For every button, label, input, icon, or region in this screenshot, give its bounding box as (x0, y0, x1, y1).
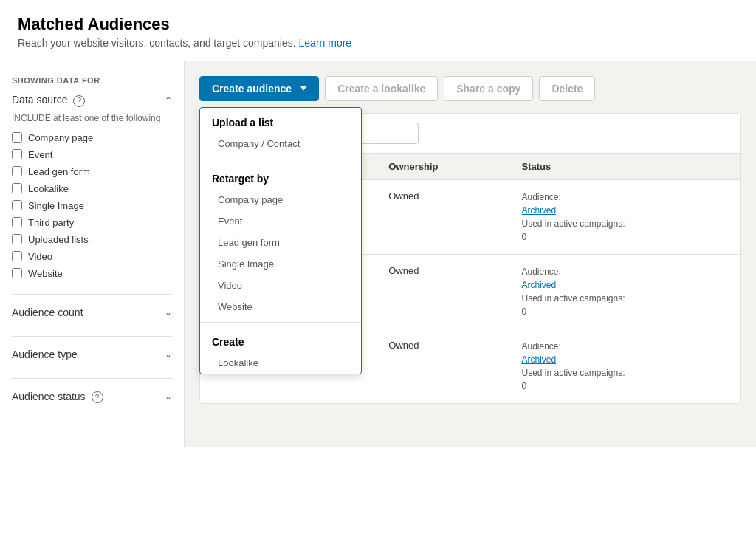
row1-status-cell: Audience: Archived Used in active campai… (509, 180, 740, 255)
upload-list-section-title: Upload a list (200, 108, 361, 133)
checkbox-single-image-label: Single Image (28, 200, 84, 211)
data-source-filter: Data source ? ⌃ INCLUDE at least one of … (12, 94, 172, 295)
page-header: Matched Audiences Reach your website vis… (0, 0, 756, 61)
row1-ownership-cell: Owned (377, 180, 509, 255)
checkbox-lead-gen-form-input[interactable] (12, 166, 22, 176)
data-source-checkboxes: Company page Event Lead gen form Lookali… (12, 129, 172, 282)
checkbox-event-label: Event (28, 149, 52, 160)
checkbox-video-input[interactable] (12, 251, 22, 261)
page-subtitle: Reach your website visitors, contacts, a… (18, 37, 738, 49)
row3-archived-link[interactable]: Archived (521, 354, 556, 365)
checkbox-video-label: Video (28, 251, 52, 262)
audience-count-filter: Audience count ⌄ (12, 306, 172, 337)
audience-count-chevron: ⌄ (165, 307, 172, 318)
checkbox-lookalike-label: Lookalike (28, 183, 69, 194)
checkbox-uploaded-lists-label: Uploaded lists (28, 234, 89, 245)
checkbox-event-input[interactable] (12, 149, 22, 159)
dropdown-divider-2 (200, 322, 361, 323)
dropdown-item-company-contact[interactable]: Company / Contact (200, 133, 361, 154)
data-source-help-icon[interactable]: ? (73, 95, 85, 107)
toolbar: Create audience Create a lookalike Share… (199, 76, 741, 101)
checkbox-video: Video (12, 248, 172, 265)
dropdown-item-single-image[interactable]: Single Image (200, 253, 361, 275)
checkbox-lookalike: Lookalike (12, 180, 172, 197)
audience-type-filter: Audience type ⌄ (12, 349, 172, 379)
checkbox-company-page-input[interactable] (12, 132, 22, 143)
audience-type-chevron: ⌄ (165, 349, 172, 360)
checkbox-uploaded-lists-input[interactable] (12, 234, 22, 244)
checkbox-website-input[interactable] (12, 268, 22, 278)
checkbox-single-image-input[interactable] (12, 200, 22, 210)
checkbox-company-page-label: Company page (28, 132, 93, 143)
dropdown-item-video[interactable]: Video (200, 275, 361, 296)
row3-ownership-cell: Owned (377, 329, 509, 404)
row2-ownership-cell: Owned (377, 255, 509, 329)
row3-status-cell: Audience: Archived Used in active campai… (509, 329, 740, 404)
audience-status-header[interactable]: Audience status ? ⌄ (12, 391, 172, 404)
dropdown-divider-1 (200, 159, 361, 159)
sidebar: SHOWING DATA FOR Data source ? ⌃ INCLUDE… (0, 61, 185, 447)
checkbox-company-page: Company page (12, 129, 172, 146)
dropdown-item-lead-gen-form[interactable]: Lead gen form (200, 232, 361, 253)
audience-status-help-icon[interactable]: ? (92, 391, 103, 403)
data-source-chevron: ⌃ (165, 95, 172, 106)
create-caret-icon (300, 86, 306, 91)
checkbox-lead-gen-form-label: Lead gen form (28, 166, 90, 177)
audience-count-header[interactable]: Audience count ⌄ (12, 306, 172, 318)
checkbox-single-image: Single Image (12, 197, 172, 214)
main-content: Create audience Create a lookalike Share… (185, 61, 756, 447)
data-source-title: Data source ? (12, 94, 85, 107)
retarget-section-title: Retarget by (200, 164, 361, 189)
checkbox-third-party: Third party (12, 214, 172, 231)
delete-button[interactable]: Delete (539, 76, 595, 101)
showing-label: SHOWING DATA FOR (12, 76, 172, 85)
checkbox-website: Website (12, 265, 172, 282)
checkbox-lead-gen-form: Lead gen form (12, 163, 172, 180)
checkbox-event: Event (12, 146, 172, 163)
share-copy-button[interactable]: Share a copy (444, 76, 533, 101)
create-lookalike-button[interactable]: Create a lookalike (325, 76, 438, 101)
checkbox-third-party-label: Third party (28, 217, 74, 228)
checkbox-lookalike-input[interactable] (12, 183, 22, 193)
checkbox-website-label: Website (28, 268, 63, 279)
audience-status-filter: Audience status ? ⌄ (12, 391, 172, 422)
checkbox-third-party-input[interactable] (12, 217, 22, 227)
audience-status-title: Audience status ? (12, 391, 103, 404)
ownership-column-header: Ownership (377, 154, 509, 180)
status-column-header: Status (509, 154, 740, 180)
row2-status-cell: Audience: Archived Used in active campai… (509, 255, 740, 329)
create-section-title: Create (200, 327, 361, 352)
checkbox-uploaded-lists: Uploaded lists (12, 231, 172, 248)
audience-status-chevron: ⌄ (165, 391, 172, 402)
dropdown-item-event[interactable]: Event (200, 210, 361, 232)
dropdown-item-website[interactable]: Website (200, 296, 361, 318)
learn-more-link[interactable]: Learn more (299, 37, 352, 49)
row1-archived-link[interactable]: Archived (521, 205, 556, 216)
audience-type-header[interactable]: Audience type ⌄ (12, 349, 172, 360)
data-source-subtitle: INCLUDE at least one of the following (12, 113, 172, 123)
audience-count-title: Audience count (12, 306, 83, 318)
row2-archived-link[interactable]: Archived (521, 280, 556, 290)
create-audience-dropdown: Upload a list Company / Contact Retarget… (199, 107, 362, 374)
dropdown-item-lookalike[interactable]: Lookalike (200, 352, 361, 374)
audience-type-title: Audience type (12, 349, 78, 360)
page-title: Matched Audiences (18, 15, 738, 34)
data-source-header[interactable]: Data source ? ⌃ (12, 94, 172, 107)
dropdown-item-company-page[interactable]: Company page (200, 189, 361, 210)
create-audience-button[interactable]: Create audience (199, 76, 319, 101)
